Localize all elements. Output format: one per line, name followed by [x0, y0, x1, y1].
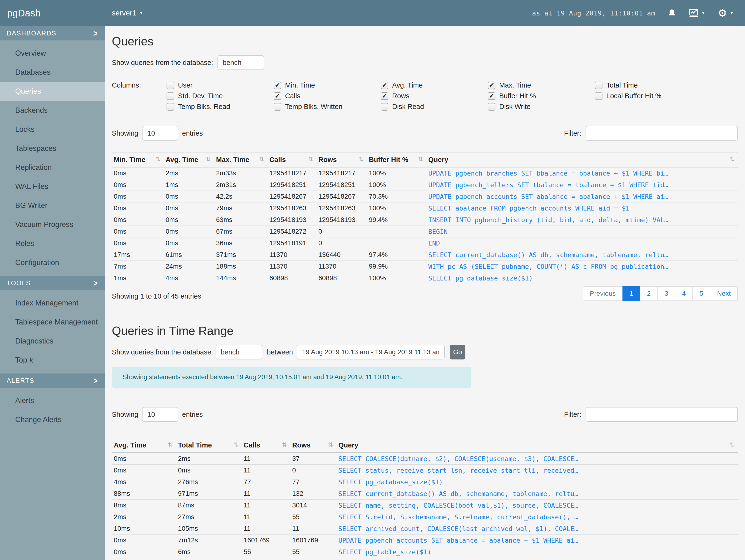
- column-header-max-time[interactable]: Max. Time⇅: [214, 153, 267, 167]
- query-link[interactable]: SELECT pg_database_size($1): [336, 476, 738, 488]
- sort-icon[interactable]: ⇅: [168, 441, 173, 448]
- query-link[interactable]: UPDATE pgbench_branches SET bbalance = b…: [426, 167, 738, 179]
- column-toggle-local-buffer-hit[interactable]: Local Buffer Hit %: [595, 91, 702, 101]
- sidebar-item-roles[interactable]: Roles: [0, 234, 105, 253]
- sidebar-item-top-k[interactable]: Topk: [0, 351, 105, 370]
- column-header-query[interactable]: Query⇅: [426, 153, 738, 167]
- sidebar-item-replication[interactable]: Replication: [0, 158, 105, 177]
- sidebar-item-tablespaces[interactable]: Tablespaces: [0, 139, 105, 158]
- settings-menu[interactable]: ⚙ ▼: [718, 8, 734, 18]
- page-next[interactable]: Next: [710, 286, 738, 301]
- query-link[interactable]: SELECT current_database() AS db, scheman…: [426, 249, 738, 261]
- column-header-calls[interactable]: Calls⇅: [242, 438, 290, 453]
- column-header-query[interactable]: Query⇅: [336, 438, 738, 453]
- column-toggle-total-time[interactable]: Total Time: [595, 80, 702, 91]
- bell-icon[interactable]: [668, 8, 676, 18]
- query-link[interactable]: SELECT current_database() AS db, scheman…: [336, 488, 738, 500]
- sidebar-item-configuration[interactable]: Configuration: [0, 253, 105, 272]
- page-5[interactable]: 5: [692, 286, 711, 301]
- sidebar-section-dashboards[interactable]: DASHBOARDS>: [0, 26, 105, 40]
- page-3[interactable]: 3: [657, 286, 676, 301]
- checkbox-unchecked-icon[interactable]: [595, 92, 603, 100]
- sidebar-item-diagnostics[interactable]: Diagnostics: [0, 332, 105, 351]
- query-link[interactable]: SELECT pg_table_size($1): [336, 546, 738, 558]
- column-header-calls[interactable]: Calls⇅: [267, 153, 317, 167]
- sidebar-item-locks[interactable]: Locks: [0, 120, 105, 139]
- checkbox-checked-icon[interactable]: ✔: [273, 92, 281, 100]
- query-link[interactable]: END: [426, 237, 738, 249]
- checkbox-checked-icon[interactable]: ✔: [488, 92, 495, 100]
- sidebar-section-tools[interactable]: TOOLS>: [0, 276, 105, 290]
- query-link[interactable]: SELECT archived_count, COALESCE(last_arc…: [336, 523, 738, 534]
- column-toggle-min-time[interactable]: ✔Min. Time: [273, 80, 381, 91]
- page-4[interactable]: 4: [675, 286, 693, 301]
- column-toggle-temp-blks-written[interactable]: Temp Blks. Written: [273, 101, 381, 112]
- query-link[interactable]: SELECT status, receive_start_lsn, receiv…: [336, 465, 738, 476]
- column-header-avg-time[interactable]: Avg. Time⇅: [112, 438, 176, 453]
- sort-icon[interactable]: ⇅: [259, 156, 264, 163]
- checkbox-unchecked-icon[interactable]: [167, 103, 174, 111]
- sidebar-item-bg-writer[interactable]: BG Writer: [0, 196, 105, 215]
- sidebar-item-backends[interactable]: Backends: [0, 101, 105, 120]
- database-input-2[interactable]: [216, 345, 262, 359]
- sort-icon[interactable]: ⇅: [233, 441, 238, 448]
- checkbox-checked-icon[interactable]: ✔: [488, 81, 495, 89]
- column-toggle-temp-blks-read[interactable]: Temp Blks. Read: [167, 101, 273, 112]
- charts-menu[interactable]: ▼: [689, 8, 705, 18]
- query-link[interactable]: INSERT INTO pgbench_history (tid, bid, a…: [426, 214, 738, 226]
- column-toggle-avg-time[interactable]: ✔Avg. Time: [381, 80, 488, 91]
- checkbox-unchecked-icon[interactable]: [273, 103, 281, 111]
- column-header-rows[interactable]: Rows⇅: [317, 153, 367, 167]
- column-header-rows[interactable]: Rows⇅: [290, 438, 336, 453]
- go-button[interactable]: Go: [450, 345, 465, 359]
- column-header-buffer-hit[interactable]: Buffer Hit %⇅: [367, 153, 426, 167]
- sidebar-item-tablespace-management[interactable]: Tablespace Management: [0, 312, 105, 332]
- column-toggle-std-dev-time[interactable]: Std. Dev. Time: [167, 91, 273, 101]
- column-header-min-time[interactable]: Min. Time⇅: [112, 153, 164, 167]
- sort-icon[interactable]: ⇅: [308, 156, 313, 163]
- checkbox-unchecked-icon[interactable]: [595, 81, 603, 89]
- checkbox-checked-icon[interactable]: ✔: [381, 81, 388, 89]
- column-toggle-disk-read[interactable]: Disk Read: [381, 101, 488, 112]
- query-link[interactable]: WITH pc AS (SELECT pubname, COUNT(*) AS …: [426, 261, 738, 272]
- sidebar-item-alerts[interactable]: Alerts: [0, 391, 105, 410]
- sidebar-item-wal-files[interactable]: WAL Files: [0, 177, 105, 196]
- database-input[interactable]: [218, 55, 264, 70]
- checkbox-unchecked-icon[interactable]: [488, 103, 495, 111]
- query-link[interactable]: UPDATE pgbench_accounts SET abalance = a…: [426, 191, 738, 202]
- query-link[interactable]: BEGIN: [426, 226, 738, 237]
- sort-icon[interactable]: ⇅: [155, 156, 160, 163]
- sidebar-item-index-management[interactable]: Index Management: [0, 294, 105, 312]
- sort-icon[interactable]: ⇅: [359, 156, 364, 163]
- query-link[interactable]: SELECT S.relid, S.schemaname, S.relname,…: [336, 511, 738, 523]
- column-toggle-calls[interactable]: ✔Calls: [273, 91, 381, 101]
- filter-input[interactable]: [586, 126, 738, 141]
- query-link[interactable]: SELECT abalance FROM pgbench_accounts WH…: [426, 202, 738, 214]
- column-toggle-rows[interactable]: ✔Rows: [381, 91, 488, 101]
- query-link[interactable]: SELECT name, setting, COALESCE(boot_val,…: [336, 500, 738, 511]
- sort-icon[interactable]: ⇅: [282, 441, 287, 448]
- sidebar-item-change-alerts[interactable]: Change Alerts: [0, 410, 105, 429]
- page-2[interactable]: 2: [640, 286, 658, 301]
- checkbox-unchecked-icon[interactable]: [167, 92, 174, 100]
- entries-count-input-2[interactable]: [142, 407, 178, 422]
- sidebar-item-databases[interactable]: Databases: [0, 63, 105, 82]
- app-logo[interactable]: pgDash: [0, 8, 105, 19]
- sort-icon[interactable]: ⇅: [418, 156, 423, 163]
- page-previous[interactable]: Previous: [583, 286, 623, 301]
- sidebar-section-alerts[interactable]: ALERTS>: [0, 373, 105, 388]
- entries-count-input[interactable]: [142, 126, 178, 141]
- query-link[interactable]: SELECT pg_database_size($1): [426, 272, 738, 284]
- query-link[interactable]: UPDATE pgbench_accounts SET abalance = a…: [336, 534, 738, 546]
- column-toggle-buffer-hit[interactable]: ✔Buffer Hit %: [488, 91, 595, 101]
- query-link[interactable]: SELECT COALESCE(datname, $2), COALESCE(u…: [336, 453, 738, 465]
- column-toggle-disk-write[interactable]: Disk Write: [488, 101, 595, 112]
- sort-icon[interactable]: ⇅: [730, 441, 735, 448]
- checkbox-checked-icon[interactable]: ✔: [381, 92, 388, 100]
- sidebar-item-overview[interactable]: Overview: [0, 44, 105, 63]
- column-header-total-time[interactable]: Total Time⇅: [176, 438, 242, 453]
- sidebar-item-queries[interactable]: Queries: [0, 82, 105, 101]
- column-toggle-max-time[interactable]: ✔Max. Time: [488, 80, 595, 91]
- checkbox-checked-icon[interactable]: ✔: [273, 81, 281, 89]
- column-toggle-user[interactable]: User: [167, 80, 273, 91]
